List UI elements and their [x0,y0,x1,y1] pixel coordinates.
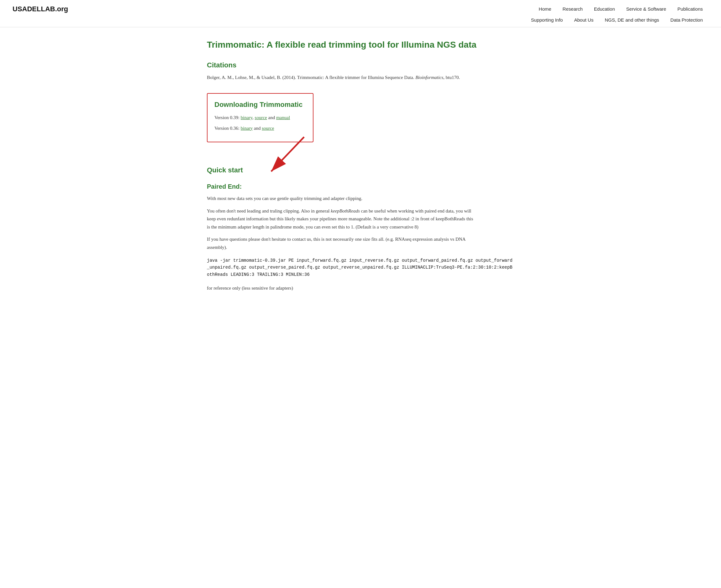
nav-ngs-de[interactable]: NGS, DE and other things [599,15,664,24]
ref-note: for reference only (less sensitive for a… [207,284,514,292]
citations-heading: Citations [207,61,514,69]
nav-top-row: Home Research Education Service & Softwa… [533,4,708,14]
quickstart-para2: You often don't need leading and traling… [207,207,476,231]
download-039-source[interactable]: source [255,115,267,120]
download-039-binary[interactable]: binary [241,115,252,120]
nav-publications[interactable]: Publications [672,4,708,14]
download-section: Downloading Trimmomatic Version 0.39: bi… [207,93,313,142]
nav-about-us[interactable]: About Us [568,15,599,24]
citation-text: Bolger, A. M., Lohse, M., & Usadel, B. (… [207,74,514,81]
nav-data-protection[interactable]: Data Protection [665,15,708,24]
quickstart-para3: If you have questions please don't hesit… [207,235,476,251]
page-title: Trimmomatic: A flexible read trimming to… [207,40,514,50]
download-box: Downloading Trimmomatic Version 0.39: bi… [207,93,313,142]
nav-bottom-row: Supporting Info About Us NGS, DE and oth… [526,15,708,27]
code-block-039: java -jar trimmomatic-0.39.jar PE input_… [207,257,514,278]
version-036-line: Version 0.36: binary and source [214,124,303,132]
paired-end-heading: Paired End: [207,183,514,190]
quickstart-para1: With most new data sets you can use gent… [207,195,476,203]
version-039-line: Version 0.39: binary, source and manual [214,114,303,122]
download-036-binary[interactable]: binary [241,126,253,131]
download-039-manual[interactable]: manual [276,115,290,120]
download-heading: Downloading Trimmomatic [214,101,303,109]
nav-research[interactable]: Research [557,4,589,14]
site-logo[interactable]: USADELLAB.org [13,5,68,13]
quickstart-heading: Quick start [207,166,514,174]
nav-home[interactable]: Home [533,4,557,14]
nav-service-software[interactable]: Service & Software [621,4,672,14]
nav-supporting-info[interactable]: Supporting Info [526,15,569,24]
nav-education[interactable]: Education [589,4,621,14]
download-036-source[interactable]: source [262,126,274,131]
